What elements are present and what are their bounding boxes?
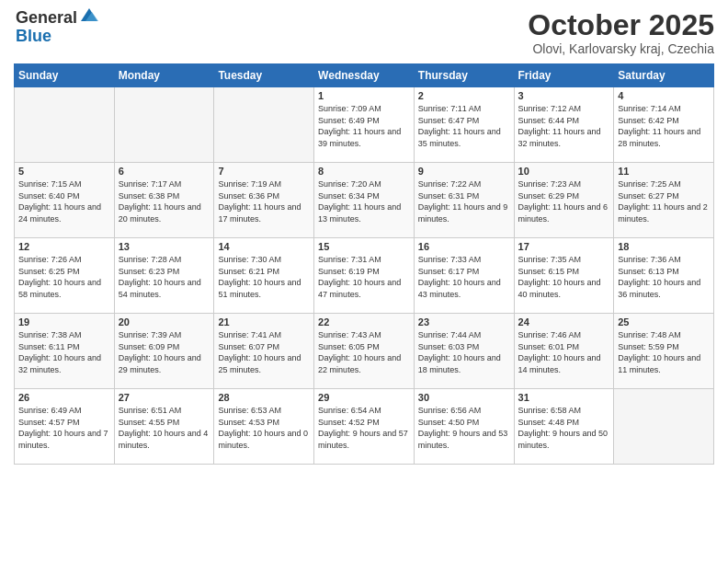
col-tuesday: Tuesday (214, 64, 314, 87)
table-row (114, 87, 214, 163)
day-number: 31 (518, 392, 610, 403)
table-row: 28Sunrise: 6:53 AM Sunset: 4:53 PM Dayli… (214, 389, 314, 465)
day-info: Sunrise: 7:33 AM Sunset: 6:17 PM Dayligh… (418, 254, 510, 300)
day-info: Sunrise: 7:11 AM Sunset: 6:47 PM Dayligh… (418, 103, 510, 149)
table-row: 6Sunrise: 7:17 AM Sunset: 6:38 PM Daylig… (114, 163, 214, 238)
table-row: 25Sunrise: 7:48 AM Sunset: 5:59 PM Dayli… (614, 314, 714, 389)
table-row (614, 389, 714, 465)
day-number: 7 (218, 166, 310, 177)
day-info: Sunrise: 7:38 AM Sunset: 6:11 PM Dayligh… (18, 329, 110, 375)
day-number: 14 (218, 241, 310, 252)
day-number: 3 (518, 90, 610, 101)
day-number: 12 (18, 241, 110, 252)
day-info: Sunrise: 7:20 AM Sunset: 6:34 PM Dayligh… (318, 178, 410, 224)
table-row: 18Sunrise: 7:36 AM Sunset: 6:13 PM Dayli… (614, 238, 714, 314)
month-title: October 2025 (528, 9, 714, 41)
table-row: 14Sunrise: 7:30 AM Sunset: 6:21 PM Dayli… (214, 238, 314, 314)
logo: General Blue (14, 9, 99, 46)
day-number: 2 (418, 90, 510, 101)
calendar-week-row: 1Sunrise: 7:09 AM Sunset: 6:49 PM Daylig… (15, 87, 714, 163)
day-number: 18 (618, 241, 710, 252)
day-info: Sunrise: 6:58 AM Sunset: 4:48 PM Dayligh… (518, 405, 610, 451)
calendar-week-row: 19Sunrise: 7:38 AM Sunset: 6:11 PM Dayli… (15, 314, 714, 389)
day-info: Sunrise: 7:23 AM Sunset: 6:29 PM Dayligh… (518, 178, 610, 224)
col-monday: Monday (114, 64, 214, 87)
logo-general: General (16, 9, 77, 28)
table-row: 11Sunrise: 7:25 AM Sunset: 6:27 PM Dayli… (614, 163, 714, 238)
day-number: 9 (418, 166, 510, 177)
calendar-week-row: 12Sunrise: 7:26 AM Sunset: 6:25 PM Dayli… (15, 238, 714, 314)
table-row (214, 87, 314, 163)
day-info: Sunrise: 7:31 AM Sunset: 6:19 PM Dayligh… (318, 254, 410, 300)
day-number: 30 (418, 392, 510, 403)
day-number: 20 (119, 316, 210, 327)
day-info: Sunrise: 7:36 AM Sunset: 6:13 PM Dayligh… (618, 254, 710, 300)
day-number: 5 (18, 166, 110, 177)
table-row: 27Sunrise: 6:51 AM Sunset: 4:55 PM Dayli… (114, 389, 214, 465)
table-row: 8Sunrise: 7:20 AM Sunset: 6:34 PM Daylig… (314, 163, 415, 238)
logo-icon (79, 5, 99, 25)
col-thursday: Thursday (414, 64, 514, 87)
table-row: 9Sunrise: 7:22 AM Sunset: 6:31 PM Daylig… (414, 163, 514, 238)
table-row: 23Sunrise: 7:44 AM Sunset: 6:03 PM Dayli… (414, 314, 514, 389)
table-row: 16Sunrise: 7:33 AM Sunset: 6:17 PM Dayli… (414, 238, 514, 314)
table-row: 31Sunrise: 6:58 AM Sunset: 4:48 PM Dayli… (514, 389, 614, 465)
day-number: 15 (318, 241, 410, 252)
day-info: Sunrise: 7:09 AM Sunset: 6:49 PM Dayligh… (318, 103, 410, 149)
day-number: 1 (318, 90, 410, 101)
table-row: 24Sunrise: 7:46 AM Sunset: 6:01 PM Dayli… (514, 314, 614, 389)
day-info: Sunrise: 7:22 AM Sunset: 6:31 PM Dayligh… (418, 178, 510, 224)
day-info: Sunrise: 7:30 AM Sunset: 6:21 PM Dayligh… (218, 254, 310, 300)
day-number: 17 (518, 241, 610, 252)
day-number: 29 (318, 392, 410, 403)
day-number: 24 (518, 316, 610, 327)
day-number: 19 (18, 316, 110, 327)
table-row: 10Sunrise: 7:23 AM Sunset: 6:29 PM Dayli… (514, 163, 614, 238)
day-number: 23 (418, 316, 510, 327)
table-row (15, 87, 115, 163)
calendar-table: Sunday Monday Tuesday Wednesday Thursday… (14, 63, 714, 465)
day-info: Sunrise: 7:28 AM Sunset: 6:23 PM Dayligh… (119, 254, 210, 300)
table-row: 20Sunrise: 7:39 AM Sunset: 6:09 PM Dayli… (114, 314, 214, 389)
day-info: Sunrise: 7:25 AM Sunset: 6:27 PM Dayligh… (618, 178, 710, 224)
day-info: Sunrise: 6:54 AM Sunset: 4:52 PM Dayligh… (318, 405, 410, 451)
day-info: Sunrise: 7:17 AM Sunset: 6:38 PM Dayligh… (119, 178, 210, 224)
day-number: 4 (618, 90, 710, 101)
main-container: General Blue October 2025 Olovi, Karlova… (0, 0, 728, 469)
table-row: 7Sunrise: 7:19 AM Sunset: 6:36 PM Daylig… (214, 163, 314, 238)
day-info: Sunrise: 7:48 AM Sunset: 5:59 PM Dayligh… (618, 329, 710, 375)
day-number: 26 (18, 392, 110, 403)
day-number: 21 (218, 316, 310, 327)
title-block: October 2025 Olovi, Karlovarsky kraj, Cz… (528, 9, 714, 56)
table-row: 12Sunrise: 7:26 AM Sunset: 6:25 PM Dayli… (15, 238, 115, 314)
day-info: Sunrise: 7:19 AM Sunset: 6:36 PM Dayligh… (218, 178, 310, 224)
day-info: Sunrise: 7:35 AM Sunset: 6:15 PM Dayligh… (518, 254, 610, 300)
day-number: 25 (618, 316, 710, 327)
table-row: 29Sunrise: 6:54 AM Sunset: 4:52 PM Dayli… (314, 389, 415, 465)
logo-blue: Blue (16, 28, 99, 46)
day-number: 27 (119, 392, 210, 403)
day-info: Sunrise: 6:56 AM Sunset: 4:50 PM Dayligh… (418, 405, 510, 451)
calendar-header-row: Sunday Monday Tuesday Wednesday Thursday… (15, 64, 714, 87)
day-info: Sunrise: 7:15 AM Sunset: 6:40 PM Dayligh… (18, 178, 110, 224)
day-info: Sunrise: 7:12 AM Sunset: 6:44 PM Dayligh… (518, 103, 610, 149)
table-row: 30Sunrise: 6:56 AM Sunset: 4:50 PM Dayli… (414, 389, 514, 465)
col-friday: Friday (514, 64, 614, 87)
day-number: 22 (318, 316, 410, 327)
day-info: Sunrise: 7:44 AM Sunset: 6:03 PM Dayligh… (418, 329, 510, 375)
location: Olovi, Karlovarsky kraj, Czechia (528, 41, 714, 56)
table-row: 2Sunrise: 7:11 AM Sunset: 6:47 PM Daylig… (414, 87, 514, 163)
day-number: 16 (418, 241, 510, 252)
day-info: Sunrise: 7:43 AM Sunset: 6:05 PM Dayligh… (318, 329, 410, 375)
day-info: Sunrise: 7:46 AM Sunset: 6:01 PM Dayligh… (518, 329, 610, 375)
day-number: 28 (218, 392, 310, 403)
calendar-week-row: 5Sunrise: 7:15 AM Sunset: 6:40 PM Daylig… (15, 163, 714, 238)
day-info: Sunrise: 7:26 AM Sunset: 6:25 PM Dayligh… (18, 254, 110, 300)
day-info: Sunrise: 7:39 AM Sunset: 6:09 PM Dayligh… (119, 329, 210, 375)
col-wednesday: Wednesday (314, 64, 415, 87)
table-row: 5Sunrise: 7:15 AM Sunset: 6:40 PM Daylig… (15, 163, 115, 238)
col-sunday: Sunday (15, 64, 115, 87)
day-info: Sunrise: 7:41 AM Sunset: 6:07 PM Dayligh… (218, 329, 310, 375)
day-number: 8 (318, 166, 410, 177)
col-saturday: Saturday (614, 64, 714, 87)
